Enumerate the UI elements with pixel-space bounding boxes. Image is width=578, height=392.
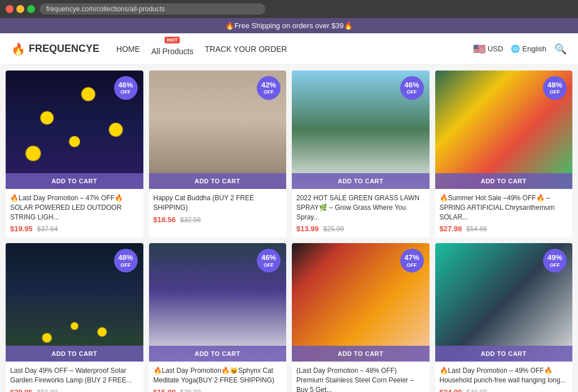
discount-badge-3: 46% OFF xyxy=(400,76,424,100)
product-info-2: Happy Cat Buddha (BUY 2 FREE SHIPPING) $… xyxy=(149,189,287,228)
product-info-8: 🔥Last Day Promotion – 49% OFF🔥 Household… xyxy=(435,362,573,392)
product-prices-8: $24.99 $49.00 xyxy=(440,388,568,392)
product-prices-1: $19.95 $37.64 xyxy=(10,224,139,233)
product-info-1: 🔥Last Day Promotion – 47% OFF🔥SOLAR POWE… xyxy=(6,189,143,237)
browser-bar: frequencye.com/collections/all-products xyxy=(0,0,578,18)
price-current-3: $13.99 xyxy=(296,224,319,233)
product-image-2: 42% OFF ADD TO CART xyxy=(149,71,287,189)
price-current-5: $29.95 xyxy=(10,388,33,392)
add-to-cart-button-5[interactable]: ADD TO CART xyxy=(6,346,143,362)
search-button[interactable]: 🔍 xyxy=(554,43,567,55)
hot-badge: HOT xyxy=(165,37,180,43)
product-title-8: 🔥Last Day Promotion – 49% OFF🔥 Household… xyxy=(440,366,568,385)
discount-badge-8: 49% OFF xyxy=(543,249,567,272)
nav-home[interactable]: HOME xyxy=(116,45,140,54)
price-current-1: $19.95 xyxy=(10,224,33,233)
globe-icon: 🌐 xyxy=(511,45,520,53)
language-selector[interactable]: 🌐 English xyxy=(511,45,546,53)
product-prices-5: $29.95 $58.80 xyxy=(10,388,139,392)
main-nav: HOME HOT All Products TRACK YOUR ORDER xyxy=(116,42,287,56)
product-image-5: 48% OFF ADD TO CART xyxy=(6,243,143,362)
product-image-6: 46% OFF ADD TO CART xyxy=(149,243,287,362)
price-original-2: $32.56 xyxy=(180,216,201,224)
close-button[interactable] xyxy=(6,5,14,13)
browser-controls xyxy=(6,5,35,13)
currency-selector[interactable]: 🇺🇸 USD xyxy=(473,43,503,55)
products-grid: 46% OFF ADD TO CART 🔥Last Day Promotion … xyxy=(6,71,572,392)
price-current-4: $27.98 xyxy=(440,224,462,233)
discount-badge-7: 47% OFF xyxy=(400,249,424,272)
price-original-6: $29.98 xyxy=(180,389,201,392)
product-image-4: 48% OFF ADD TO CART xyxy=(435,71,573,189)
product-card-5[interactable]: 48% OFF ADD TO CART Last Day 49% OFF – W… xyxy=(6,243,143,392)
header-right: 🇺🇸 USD 🌐 English 🔍 xyxy=(473,43,567,55)
url-bar[interactable]: frequencye.com/collections/all-products xyxy=(40,3,265,15)
product-title-6: 🔥Last Day Promotion🔥😺Sphynx Cat Meditate… xyxy=(154,366,282,385)
product-card-8[interactable]: 49% OFF ADD TO CART 🔥Last Day Promotion … xyxy=(435,243,573,392)
header: 🔥 FREQUENCYE HOME HOT All Products TRACK… xyxy=(0,33,578,65)
discount-badge-2: 42% OFF xyxy=(257,76,281,100)
product-info-5: Last Day 49% OFF – Waterproof Solar Gard… xyxy=(6,362,143,392)
price-original-8: $49.00 xyxy=(466,389,487,392)
product-image-1: 46% OFF ADD TO CART xyxy=(6,71,143,189)
nav-track-order[interactable]: TRACK YOUR ORDER xyxy=(205,45,287,54)
discount-badge-1: 46% OFF xyxy=(114,76,138,100)
product-prices-2: $18.56 $32.56 xyxy=(154,215,282,224)
product-info-7: (Last Day Promotion – 48% OFF) Premium S… xyxy=(292,362,430,392)
price-current-8: $24.99 xyxy=(440,388,462,392)
product-title-4: 🔥Summer Hot Sale –49% OFF🔥 – SPRING ARTI… xyxy=(440,193,568,222)
product-info-6: 🔥Last Day Promotion🔥😺Sphynx Cat Meditate… xyxy=(149,362,287,392)
language-label: English xyxy=(522,45,546,53)
minimize-button[interactable] xyxy=(16,5,24,13)
product-prices-3: $13.99 $25.99 xyxy=(296,224,425,233)
price-original-3: $25.99 xyxy=(323,225,344,233)
logo-text: FREQUENCYE xyxy=(29,43,99,55)
product-card-1[interactable]: 46% OFF ADD TO CART 🔥Last Day Promotion … xyxy=(6,71,143,237)
price-current-6: $15.99 xyxy=(154,388,176,392)
discount-badge-5: 48% OFF xyxy=(114,249,138,272)
add-to-cart-button-1[interactable]: ADD TO CART xyxy=(6,173,143,189)
discount-badge-6: 46% OFF xyxy=(257,249,281,272)
add-to-cart-button-4[interactable]: ADD TO CART xyxy=(435,173,573,189)
add-to-cart-button-2[interactable]: ADD TO CART xyxy=(149,173,287,189)
product-image-7: 47% OFF ADD TO CART xyxy=(292,243,430,362)
promo-text: 🔥Free Shipping on orders over $39🔥 xyxy=(225,21,353,30)
logo[interactable]: 🔥 FREQUENCYE xyxy=(11,42,99,56)
product-title-7: (Last Day Promotion – 48% OFF) Premium S… xyxy=(296,366,425,392)
product-info-4: 🔥Summer Hot Sale –49% OFF🔥 – SPRING ARTI… xyxy=(435,189,573,237)
add-to-cart-button-3[interactable]: ADD TO CART xyxy=(292,173,430,189)
product-prices-6: $15.99 $29.98 xyxy=(154,388,282,392)
product-title-5: Last Day 49% OFF – Waterproof Solar Gard… xyxy=(10,366,139,385)
products-section: 46% OFF ADD TO CART 🔥Last Day Promotion … xyxy=(0,65,578,392)
product-info-3: 2022 HOT SALE GREEN GRASS LAWN SPRAY🌿 – … xyxy=(292,189,430,237)
product-card-2[interactable]: 42% OFF ADD TO CART Happy Cat Buddha (BU… xyxy=(149,71,287,237)
product-title-3: 2022 HOT SALE GREEN GRASS LAWN SPRAY🌿 – … xyxy=(296,193,425,222)
add-to-cart-button-7[interactable]: ADD TO CART xyxy=(292,346,430,362)
product-title-2: Happy Cat Buddha (BUY 2 FREE SHIPPING) xyxy=(154,193,282,213)
currency-label: USD xyxy=(488,45,503,53)
add-to-cart-button-6[interactable]: ADD TO CART xyxy=(149,346,287,362)
price-current-2: $18.56 xyxy=(154,215,176,224)
flag-icon: 🇺🇸 xyxy=(473,43,485,55)
product-card-7[interactable]: 47% OFF ADD TO CART (Last Day Promotion … xyxy=(292,243,430,392)
price-original-5: $58.80 xyxy=(37,389,58,392)
maximize-button[interactable] xyxy=(27,5,35,13)
price-original-1: $37.64 xyxy=(37,225,58,233)
product-image-8: 49% OFF ADD TO CART xyxy=(435,243,573,362)
nav-all-products[interactable]: HOT All Products xyxy=(151,42,194,56)
product-title-1: 🔥Last Day Promotion – 47% OFF🔥SOLAR POWE… xyxy=(10,193,139,222)
add-to-cart-button-8[interactable]: ADD TO CART xyxy=(435,346,573,362)
discount-badge-4: 48% OFF xyxy=(543,76,567,100)
product-image-3: 46% OFF ADD TO CART xyxy=(292,71,430,189)
logo-icon: 🔥 xyxy=(11,42,25,56)
product-card-4[interactable]: 48% OFF ADD TO CART 🔥Summer Hot Sale –49… xyxy=(435,71,573,237)
product-card-3[interactable]: 46% OFF ADD TO CART 2022 HOT SALE GREEN … xyxy=(292,71,430,237)
promo-bar: 🔥Free Shipping on orders over $39🔥 xyxy=(0,18,578,33)
product-prices-4: $27.98 $54.86 xyxy=(440,224,568,233)
product-card-6[interactable]: 46% OFF ADD TO CART 🔥Last Day Promotion🔥… xyxy=(149,243,287,392)
price-original-4: $54.86 xyxy=(466,225,487,233)
